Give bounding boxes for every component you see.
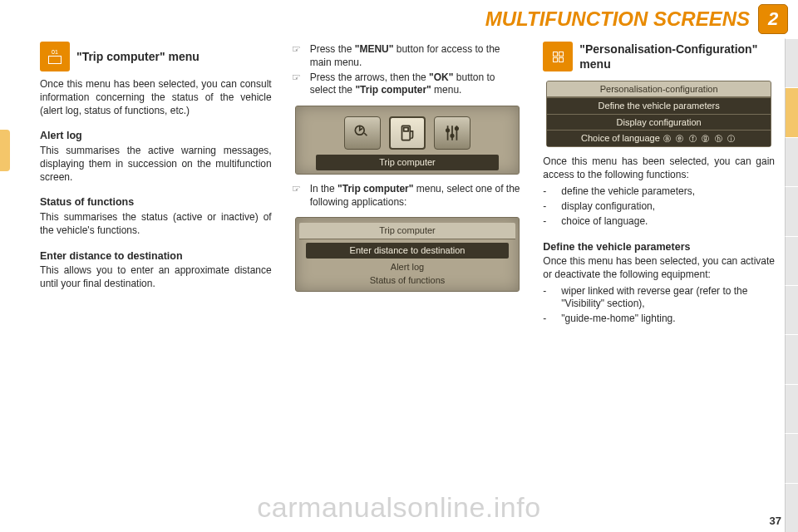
screen-line: Display configuration [547, 114, 771, 131]
sub-heading: Alert log [40, 129, 272, 143]
screen-line: Status of functions [299, 273, 516, 288]
body-text: Once this menu has been selected, you ca… [543, 255, 775, 282]
screen-illustration-icons: Trip computer [295, 106, 520, 175]
list-item: -wiper linked with reverse gear (refer t… [543, 285, 775, 312]
body-text: Once this menu has been selected, you ca… [543, 155, 775, 182]
dash-list: -wiper linked with reverse gear (refer t… [543, 285, 775, 326]
svg-point-4 [451, 135, 453, 137]
screen-header: Personalisation-configuration [547, 81, 771, 98]
screen-line: Alert log [299, 260, 516, 274]
intro-text: Once this menu has been selected, you ca… [40, 78, 272, 117]
content-columns: 01 "Trip computer" menu Once this menu h… [40, 42, 775, 524]
list-item: -"guide-me-home" lighting. [543, 313, 775, 326]
screen-line: Choice of languageⓐ ⓔ ⓕ ⓖ ⓗ ⓘ [547, 130, 771, 146]
body-text: This summarises the status (active or in… [40, 211, 272, 238]
side-tab [785, 137, 798, 186]
screen-button-sliders-icon [434, 116, 470, 150]
body-text: This allows you to enter an approximate … [40, 264, 272, 291]
side-tab-active [785, 87, 798, 136]
list-item: -choice of language. [543, 215, 775, 229]
header-title: MULTIFUNCTION SCREENS [485, 7, 750, 31]
screen-illustration-config: Personalisation-configuration Define the… [546, 81, 771, 147]
screen-header: Trip computer [299, 223, 516, 239]
manual-page: MULTIFUNCTION SCREENS 2 01 "Trip compute… [0, 0, 798, 532]
screen-button-fuel-icon [389, 116, 426, 150]
list-item: ☞ Press the "MENU" button for access to … [292, 43, 524, 70]
side-tab [785, 38, 798, 87]
instruction-list: ☞ In the "Trip computer" menu, select on… [292, 183, 524, 209]
section-heading: "Personalisation-Configuration" menu [543, 42, 775, 72]
sub-heading: Define the vehicle parameters [543, 240, 775, 254]
language-flags-icon: ⓐ ⓔ ⓕ ⓖ ⓗ ⓘ [663, 135, 737, 143]
instruction-text: Press the arrows, then the "OK" button t… [310, 71, 524, 98]
pointer-icon: ☞ [292, 43, 310, 70]
side-tab [785, 433, 798, 482]
svg-point-5 [456, 127, 458, 130]
screen-caption: Trip computer [316, 155, 500, 170]
instruction-text: Press the "MENU" button for access to th… [310, 43, 524, 70]
section-title: "Personalisation-Configuration" menu [579, 42, 775, 72]
section-title: "Trip computer" menu [76, 49, 200, 64]
svg-point-3 [446, 129, 449, 131]
side-tab [785, 384, 798, 433]
svg-rect-2 [404, 128, 408, 131]
side-tab [785, 334, 798, 383]
screen-line: Define the vehicle parameters [547, 97, 771, 114]
chapter-badge: 2 [758, 4, 788, 34]
pointer-icon: ☞ [292, 71, 310, 98]
body-text: This summarises the active warning messa… [40, 145, 272, 184]
personalisation-icon [543, 42, 573, 71]
list-item: -define the vehicle parameters, [543, 185, 775, 199]
section-heading: 01 "Trip computer" menu [40, 42, 272, 71]
side-tabs [785, 38, 798, 532]
page-header: MULTIFUNCTION SCREENS 2 [0, 0, 798, 38]
instruction-text: In the "Trip computer" menu, select one … [310, 183, 524, 209]
column-left: 01 "Trip computer" menu Once this menu h… [40, 42, 272, 524]
screen-illustration-list: Trip computer Enter distance to destinat… [295, 217, 520, 291]
side-tab [785, 186, 798, 235]
list-item: -display configuration, [543, 200, 775, 214]
side-tab [785, 236, 798, 285]
side-tab [785, 285, 798, 334]
screen-button-media-icon [344, 116, 381, 150]
left-index-tab [0, 130, 10, 171]
trip-computer-icon: 01 [40, 42, 70, 71]
pointer-icon: ☞ [292, 183, 310, 209]
screen-line-selected: Enter distance to destination [306, 243, 510, 259]
column-middle: ☞ Press the "MENU" button for access to … [292, 42, 524, 524]
side-tab [785, 483, 798, 532]
sub-heading: Status of functions [40, 195, 272, 209]
page-number: 37 [770, 515, 781, 527]
sub-heading: Enter distance to destination [40, 249, 272, 264]
list-item: ☞ In the "Trip computer" menu, select on… [292, 183, 524, 209]
list-item: ☞ Press the arrows, then the "OK" button… [292, 71, 524, 98]
dash-list: -define the vehicle parameters, -display… [543, 185, 775, 228]
instruction-list: ☞ Press the "MENU" button for access to … [292, 43, 524, 97]
column-right: "Personalisation-Configuration" menu Per… [543, 42, 775, 524]
